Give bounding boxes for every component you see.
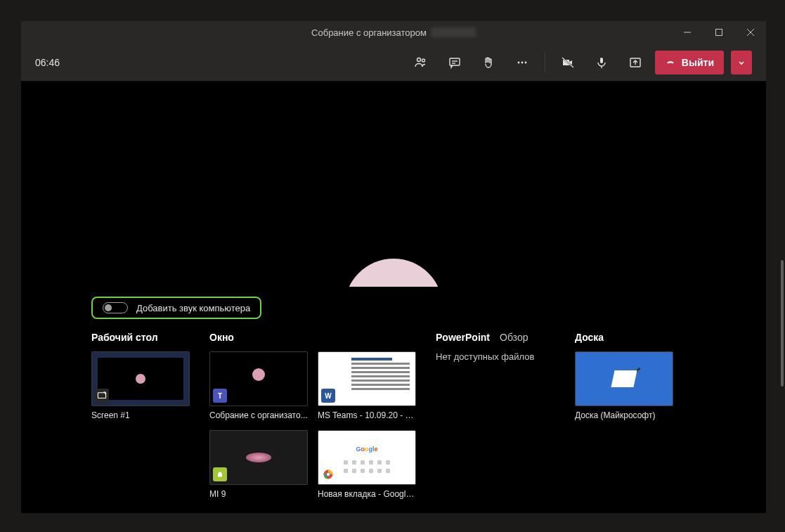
share-content-tray: Добавить звук компьютера Рабочий стол Sc…: [21, 287, 766, 513]
titlebar: Собрание с организатором: [21, 21, 766, 44]
no-files-text: Нет доступных файлов: [436, 351, 555, 362]
thumb-label: Доска (Майкрософт): [575, 410, 673, 420]
browse-link[interactable]: Обзор: [500, 332, 528, 343]
thumb-label: Собрание с организато...: [209, 410, 308, 420]
scrollbar[interactable]: [779, 260, 785, 499]
window-thumb-teams-meeting[interactable]: T Собрание с организато...: [209, 351, 308, 420]
svg-rect-6: [450, 58, 460, 65]
title-text: Собрание с организатором: [311, 27, 427, 38]
leave-button[interactable]: Выйти: [655, 51, 724, 74]
category-powerpoint: PowerPoint Обзор Нет доступных файлов: [436, 332, 555, 362]
participants-button[interactable]: [407, 48, 435, 77]
share-screen-icon: [95, 389, 109, 403]
category-title: Доска: [575, 332, 673, 343]
include-audio-label: Добавить звук компьютера: [136, 303, 250, 313]
maximize-button[interactable]: [703, 21, 734, 44]
svg-point-11: [524, 61, 526, 63]
thumb-label: MS Teams - 10.09.20 - 1...: [318, 410, 416, 420]
window-controls: [671, 21, 766, 44]
category-title: PowerPoint: [436, 332, 490, 343]
window-title: Собрание с организатором: [311, 27, 476, 38]
thumb-label: MI 9: [209, 489, 308, 499]
window-thumb-mi9[interactable]: MI 9: [209, 430, 308, 499]
chat-button[interactable]: [441, 48, 469, 77]
include-audio-toggle[interactable]: [103, 302, 128, 313]
close-button[interactable]: [734, 21, 766, 44]
svg-rect-17: [98, 393, 105, 398]
svg-point-10: [521, 61, 523, 63]
svg-point-9: [517, 61, 519, 63]
category-title: Рабочий стол: [91, 332, 190, 343]
scrollbar-thumb[interactable]: [781, 260, 784, 387]
call-timer: 06:46: [35, 57, 60, 68]
toggle-knob: [105, 304, 112, 311]
organizer-name-redacted: [431, 27, 476, 37]
leave-dropdown[interactable]: [731, 51, 752, 74]
participant-avatar: [344, 259, 443, 287]
desktop-thumb-screen1[interactable]: Screen #1: [91, 351, 190, 420]
hangup-icon: [665, 57, 676, 68]
svg-rect-14: [600, 58, 603, 63]
category-whiteboard: Доска Доска (Майкрософт): [575, 332, 673, 420]
category-desktop: Рабочий стол Screen #1: [91, 332, 190, 420]
word-icon: W: [321, 389, 335, 403]
teams-icon: T: [213, 389, 227, 403]
minimize-button[interactable]: [671, 21, 703, 44]
google-logo: Google: [356, 446, 377, 453]
app-window: Собрание с организатором 06:46 Выйти: [21, 21, 766, 513]
thumb-label: Новая вкладка - Google...: [318, 489, 416, 499]
svg-point-20: [327, 473, 330, 476]
window-thumb-word[interactable]: W MS Teams - 10.09.20 - 1...: [318, 351, 416, 420]
category-title: Окно: [209, 332, 416, 343]
chrome-icon: [321, 467, 335, 481]
category-window: Окно T Собрание с организато... W MS Tea…: [209, 332, 416, 499]
svg-point-5: [422, 59, 424, 62]
video-stage: [21, 82, 766, 287]
whiteboard-thumb[interactable]: Доска (Майкрософт): [575, 351, 673, 420]
svg-point-4: [417, 58, 420, 61]
microphone-button[interactable]: [588, 48, 616, 77]
window-thumb-chrome[interactable]: Google Новая вкладка - Google...: [318, 430, 416, 499]
more-actions-button[interactable]: [508, 48, 536, 77]
share-tray-button[interactable]: [621, 48, 649, 77]
raise-hand-button[interactable]: [474, 48, 502, 77]
svg-rect-1: [715, 30, 722, 36]
meeting-toolbar: 06:46 Выйти: [21, 44, 766, 82]
toolbar-divider: [545, 53, 545, 72]
leave-label: Выйти: [682, 57, 714, 68]
android-icon: [213, 467, 227, 481]
camera-off-button[interactable]: [554, 48, 582, 77]
thumb-label: Screen #1: [91, 410, 190, 420]
include-audio-toggle-highlight: Добавить звук компьютера: [91, 297, 261, 319]
